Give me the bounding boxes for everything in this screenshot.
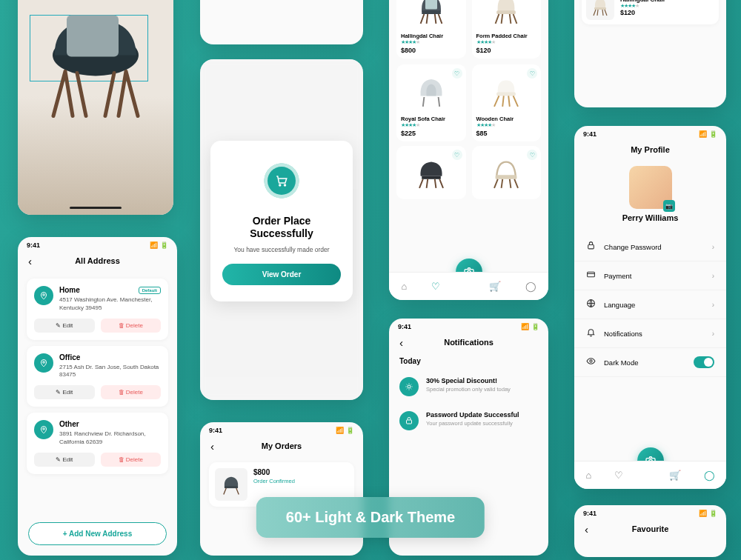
screen-cart-list: Sofa Chair ★★★★★ $1200 Hallingdal Chair … (574, 0, 726, 107)
success-icon-ring (258, 157, 305, 204)
product-card[interactable]: ♡ Wooden Chair ★★★★★ $85 (472, 64, 542, 141)
notification-desc: Special promotion only valid today (426, 386, 511, 393)
svg-point-5 (43, 361, 45, 363)
delete-button[interactable]: 🗑 Delete (101, 453, 162, 467)
status-signal: 📶 🔋 (699, 130, 717, 138)
address-text: 2715 Ash Dr. San Jose, South Dakota 8347… (59, 364, 161, 380)
heart-icon[interactable]: ♡ (431, 281, 440, 292)
product-card[interactable]: ♡ (472, 146, 542, 199)
promo-banner: 60+ Light & Dark Theme (256, 497, 485, 538)
camera-icon[interactable]: 📷 (663, 200, 675, 212)
product-price: $120 (476, 47, 537, 54)
product-image (401, 0, 462, 30)
home-icon[interactable]: ⌂ (585, 470, 591, 481)
back-icon[interactable]: ‹ (28, 255, 32, 267)
profile-row-notifications[interactable]: Notifications › (574, 319, 726, 348)
status-signal: 📶 🔋 (150, 241, 168, 249)
product-photo (18, 0, 173, 215)
screen-favourite: 9:41📶 🔋 ‹Favourite (574, 505, 726, 557)
dark-mode-toggle[interactable] (694, 356, 714, 368)
svg-point-2 (279, 184, 281, 186)
heart-icon[interactable]: ♡ (452, 150, 462, 160)
order-thumb (215, 468, 247, 501)
profile-row-dark-mode[interactable]: Dark Mode (574, 348, 726, 377)
product-card[interactable]: ♡ Hallingdal Chair ★★★★★ $800 (396, 0, 466, 59)
edit-button[interactable]: ✎ Edit (34, 319, 95, 333)
svg-rect-1 (67, 16, 119, 57)
address-name: Office (59, 353, 161, 361)
status-bar: 9:41📶 🔋 (574, 126, 726, 142)
edit-button[interactable]: ✎ Edit (34, 453, 95, 467)
svg-rect-19 (407, 420, 412, 424)
notification-title: 30% Special Discount! (426, 377, 511, 384)
rating-stars: ★★★★★ (476, 39, 537, 45)
back-icon[interactable]: ‹ (585, 523, 588, 536)
user-icon[interactable]: ◯ (525, 281, 536, 292)
rating-stars: ★★★★★ (401, 122, 462, 128)
add-address-button[interactable]: + Add New Address (28, 522, 167, 545)
chevron-right-icon: › (712, 272, 714, 280)
section-today: Today (389, 354, 548, 370)
view-order-button[interactable]: View Order (222, 264, 341, 285)
delete-button[interactable]: 🗑 Delete (101, 319, 162, 333)
status-signal: 📶 🔋 (521, 323, 539, 330)
delete-button[interactable]: 🗑 Delete (101, 385, 162, 399)
edit-button[interactable]: ✎ Edit (34, 385, 95, 399)
status-bar: 9:41📶 🔋 (389, 319, 548, 335)
heart-icon[interactable]: ♡ (527, 150, 537, 160)
cart-item-name: Hallingdal Chair (620, 0, 665, 3)
status-signal: 📶 🔋 (336, 427, 354, 434)
svg-point-3 (285, 184, 286, 186)
product-card[interactable]: ♡ (396, 146, 466, 199)
cart-item[interactable]: Hallingdal Chair ★★★★★ $120 (582, 0, 719, 24)
success-desc: You have successfully made order (222, 246, 341, 253)
profile-row-payment[interactable]: Payment › (574, 261, 726, 290)
address-text: 3891 Ranchview Dr. Richardson, Californi… (59, 430, 161, 447)
pin-icon (34, 420, 53, 439)
back-icon[interactable]: ‹ (210, 440, 214, 453)
status-bar: 9:41📶 🔋 (574, 505, 726, 521)
heart-icon[interactable]: ♡ (614, 470, 623, 481)
svg-rect-9 (496, 10, 516, 14)
address-text: 4517 Washington Ave. Manchester, Kentuck… (59, 296, 161, 313)
profile-row-label: Payment (604, 272, 705, 280)
product-card[interactable]: ♡ Royal Sofa Chair ★★★★★ $225 (396, 64, 466, 141)
home-icon[interactable]: ⌂ (401, 281, 407, 292)
cart-icon[interactable]: 🛒 (669, 470, 681, 481)
status-time: 9:41 (398, 323, 411, 330)
address-card: Other 3891 Ranchview Dr. Richardson, Cal… (27, 413, 168, 474)
pin-icon (34, 353, 53, 373)
page-title: My Profile (631, 145, 670, 154)
profile-row-change-password[interactable]: Change Password › (574, 233, 726, 261)
status-time: 9:41 (583, 510, 597, 517)
screen-addresses: 9:41 📶 🔋 ‹ All Address HomeDefault 4517 … (18, 237, 177, 556)
cart-thumb (586, 0, 614, 20)
order-status: Order Confirmed (253, 478, 295, 484)
notification-item[interactable]: Password Update SuccessfulYour password … (389, 404, 548, 438)
profile-row-language[interactable]: Language › (574, 290, 726, 319)
heart-icon[interactable]: ♡ (527, 68, 537, 79)
product-card[interactable]: ♡ Form Padded Chair ★★★★★ $120 (472, 0, 542, 59)
profile-row-label: Dark Mode (604, 359, 686, 367)
globe-icon (586, 298, 597, 311)
cart-icon[interactable]: 🛒 (489, 281, 501, 292)
address-name: Other (59, 420, 161, 428)
order-price: $800 (253, 468, 295, 476)
notification-desc: Your password update successfully (426, 420, 519, 427)
rating-stars: ★★★★★ (476, 122, 537, 128)
svg-rect-11 (422, 176, 441, 179)
status-time: 9:41 (27, 241, 40, 249)
status-bar: 9:41📶 🔋 (200, 422, 363, 439)
notification-item[interactable]: 30% Special Discount!Special promotion o… (389, 370, 548, 404)
rating-stars: ★★★★★ (401, 39, 462, 45)
back-icon[interactable]: ‹ (399, 336, 403, 349)
svg-rect-21 (588, 272, 595, 277)
svg-rect-17 (594, 7, 606, 10)
heart-icon[interactable]: ♡ (452, 68, 462, 79)
pin-icon (34, 286, 53, 305)
rating-stars: ★★★★★ (620, 3, 665, 9)
avatar[interactable]: 📷 (629, 166, 672, 209)
user-icon[interactable]: ◯ (704, 470, 715, 481)
profile-row-label: Language (604, 301, 705, 309)
product-price: $800 (401, 47, 462, 54)
